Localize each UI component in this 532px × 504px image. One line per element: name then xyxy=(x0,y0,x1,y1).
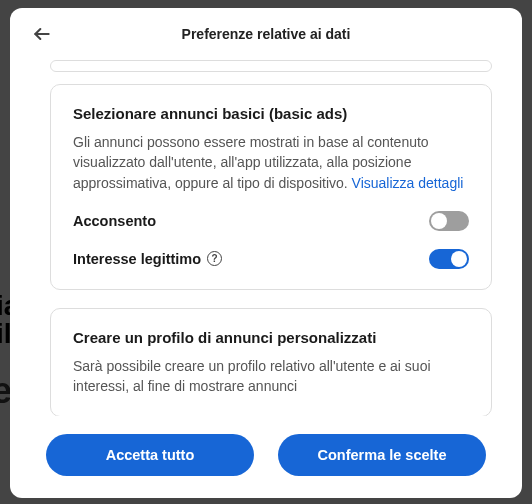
info-icon[interactable]: ? xyxy=(207,251,222,266)
modal-content: Selezionare annunci basici (basic ads) G… xyxy=(10,60,522,416)
card-title: Selezionare annunci basici (basic ads) xyxy=(73,105,469,122)
toggle-knob xyxy=(451,251,467,267)
toggle-knob xyxy=(431,213,447,229)
legitimate-interest-row: Interesse legittimo ? xyxy=(73,249,469,269)
modal-footer: Accetta tutto Conferma le scelte xyxy=(10,416,522,498)
modal-title: Preferenze relative ai dati xyxy=(182,26,351,42)
consent-label: Acconsento xyxy=(73,213,156,229)
card-description: Gli annunci possono essere mostrati in b… xyxy=(73,132,469,193)
accept-all-button[interactable]: Accetta tutto xyxy=(46,434,254,476)
consent-row: Acconsento xyxy=(73,211,469,231)
modal-header: Preferenze relative ai dati xyxy=(10,8,522,60)
arrow-left-icon xyxy=(32,24,52,44)
card-description: Sarà possibile creare un profilo relativ… xyxy=(73,356,469,397)
card-title: Creare un profilo di annunci personalizz… xyxy=(73,329,469,346)
back-button[interactable] xyxy=(26,18,58,50)
legitimate-interest-label: Interesse legittimo ? xyxy=(73,251,222,267)
preferences-modal: Preferenze relative ai dati Selezionare … xyxy=(10,8,522,498)
details-link[interactable]: Visualizza dettagli xyxy=(352,175,464,191)
card-personalized-profile: Creare un profilo di annunci personalizz… xyxy=(50,308,492,416)
legitimate-interest-toggle[interactable] xyxy=(429,249,469,269)
card-basic-ads: Selezionare annunci basici (basic ads) G… xyxy=(50,84,492,290)
card-partial xyxy=(50,60,492,72)
consent-toggle[interactable] xyxy=(429,211,469,231)
confirm-choices-button[interactable]: Conferma le scelte xyxy=(278,434,486,476)
